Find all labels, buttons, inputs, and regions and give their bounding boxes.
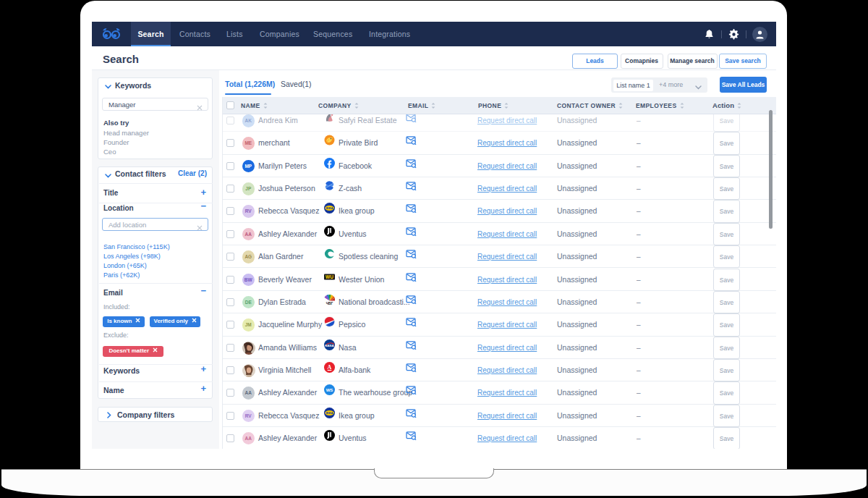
svg-text:NASA: NASA — [325, 343, 334, 347]
svg-text:A: A — [328, 364, 332, 371]
svg-text:IKEA: IKEA — [326, 411, 333, 415]
svg-text:IKEA: IKEA — [326, 207, 333, 211]
svg-text:ЧВГ: ЧВГ — [326, 302, 333, 305]
svg-text:WU: WU — [326, 274, 333, 279]
svg-text:WS: WS — [326, 388, 333, 392]
